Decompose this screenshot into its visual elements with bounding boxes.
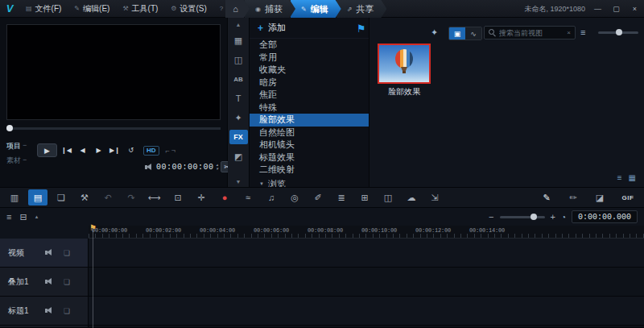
- subtitle-library-icon[interactable]: T: [228, 89, 250, 107]
- track-content-partial[interactable]: [89, 326, 644, 327]
- track-mute-icon[interactable]: [45, 278, 54, 285]
- pan-zoom-icon[interactable]: ✛: [192, 189, 211, 206]
- motion-tracking-icon[interactable]: ◎: [285, 189, 304, 206]
- zoom-in-icon[interactable]: +: [551, 212, 555, 222]
- tab-capture[interactable]: ◉捕获: [245, 0, 295, 18]
- track-header-partial[interactable]: [0, 326, 89, 327]
- track-manager-icon[interactable]: ≡: [6, 212, 11, 222]
- track-content-video[interactable]: [89, 239, 644, 267]
- category-item-face-effect[interactable]: 脸部效果: [250, 114, 369, 127]
- track-header-overlay1[interactable]: 叠加1 ❏: [0, 268, 89, 296]
- tools-icon[interactable]: ⚒: [75, 189, 94, 206]
- scroll-down-icon[interactable]: ▼: [228, 176, 250, 187]
- seek-thumb[interactable]: [6, 125, 13, 131]
- sort-icon[interactable]: ≡: [580, 27, 585, 37]
- track-options-icon[interactable]: ❏: [64, 278, 70, 286]
- search-input[interactable]: [499, 29, 564, 37]
- track-header-video[interactable]: 视频 ❏: [0, 239, 89, 267]
- resize-icon[interactable]: ⇲: [425, 189, 444, 206]
- smart-effect-icon[interactable]: ✦: [431, 27, 438, 38]
- category-item-2d-mapping[interactable]: 二维映射: [250, 164, 369, 176]
- subtitle-editor-icon[interactable]: ≣: [332, 189, 351, 206]
- maximize-button[interactable]: ▢: [610, 5, 622, 13]
- timeline-zoom-slider[interactable]: [500, 216, 545, 218]
- transition-library-icon[interactable]: ◫: [228, 51, 250, 69]
- track-mute-icon[interactable]: [45, 307, 54, 314]
- tab-edit[interactable]: ✎编辑: [291, 0, 341, 18]
- scroll-up-icon[interactable]: ▲: [228, 19, 250, 30]
- hd-preview-badge[interactable]: HD: [143, 146, 159, 156]
- track-header-title1[interactable]: 标题1 ❏: [0, 297, 89, 325]
- split-screen-icon[interactable]: ◫: [378, 189, 398, 206]
- copy-icon[interactable]: ❏: [52, 189, 71, 206]
- timeline-ruler[interactable]: 00:00:00:00 00:00:02:00 00:00:04:00 00:0…: [89, 226, 644, 239]
- track-content-overlay1[interactable]: [89, 268, 644, 296]
- category-item-focus[interactable]: 焦距: [250, 89, 369, 102]
- storyboard-view-icon[interactable]: ▥: [5, 189, 24, 206]
- loop-button[interactable]: ↺: [124, 144, 138, 156]
- fit-project-icon[interactable]: ⟷: [145, 189, 164, 206]
- overlay-library-icon[interactable]: ◩: [228, 147, 250, 165]
- list-view-icon[interactable]: ≡: [617, 173, 622, 182]
- chapter-flag-icon[interactable]: ⚑: [89, 223, 97, 232]
- edit-pencil-icon[interactable]: ✎: [537, 189, 556, 206]
- tab-share[interactable]: ⇗共享: [336, 0, 387, 18]
- zoom-out-icon[interactable]: −: [489, 212, 493, 222]
- project-mode-toggle[interactable]: 项目−: [6, 141, 27, 152]
- add-category-button[interactable]: +添加: [250, 18, 369, 39]
- pin-icon[interactable]: ⚑: [357, 23, 366, 35]
- filter-library-icon[interactable]: FX: [229, 130, 248, 144]
- category-item-natural-paint[interactable]: 自然绘图: [250, 127, 369, 139]
- go-end-button[interactable]: ▶❙: [108, 144, 122, 156]
- category-item-favorites[interactable]: 收藏夹: [250, 64, 369, 77]
- undo-icon[interactable]: ↶: [98, 189, 118, 206]
- track-content-title1[interactable]: [89, 297, 644, 325]
- title-library-icon[interactable]: AB: [228, 70, 250, 88]
- category-item-camera-lens[interactable]: 相机镜头: [250, 139, 369, 152]
- add-track-icon[interactable]: ⊟: [19, 212, 27, 222]
- category-item-title-effect[interactable]: 标题效果: [250, 152, 369, 164]
- auto-music-icon[interactable]: ♫: [262, 189, 281, 206]
- play-button[interactable]: ▶: [37, 143, 57, 157]
- slider-thumb[interactable]: [616, 29, 622, 35]
- track-mute-icon[interactable]: [45, 249, 54, 256]
- close-button[interactable]: ×: [629, 5, 641, 13]
- menu-tools[interactable]: ⚒工具(T): [116, 0, 164, 17]
- cloud-service-icon[interactable]: ☁: [402, 189, 421, 206]
- redo-icon[interactable]: ↷: [122, 189, 141, 206]
- next-frame-button[interactable]: ▶: [92, 144, 105, 156]
- minimize-button[interactable]: —: [592, 5, 604, 13]
- gallery-item-face-effect[interactable]: 脸部效果: [376, 44, 432, 98]
- seek-bar[interactable]: [6, 127, 221, 130]
- track-options-icon[interactable]: ❏: [64, 307, 70, 315]
- mask-creator-icon[interactable]: ◪: [590, 189, 609, 206]
- clear-search-icon[interactable]: ×: [567, 29, 571, 36]
- show-audio-toggle[interactable]: ∿: [465, 27, 481, 39]
- menu-settings[interactable]: ⚙设置(S): [164, 0, 213, 17]
- sound-mixer-icon[interactable]: ≈: [238, 189, 258, 206]
- menu-file[interactable]: ▤文件(F): [19, 0, 68, 17]
- gif-creator-icon[interactable]: GIF: [617, 189, 639, 206]
- previous-frame-button[interactable]: ◀: [76, 144, 89, 156]
- collapse-tracks-icon[interactable]: ▴: [35, 214, 39, 220]
- category-item-darkroom[interactable]: 暗房: [250, 77, 369, 89]
- show-video-toggle[interactable]: ▣: [449, 27, 465, 39]
- painting-creator-icon[interactable]: ✐: [308, 189, 328, 206]
- mark-in-icon[interactable]: ⌐: [166, 147, 170, 155]
- timeline-view-icon[interactable]: ▤: [28, 189, 47, 206]
- timecode-spinner[interactable]: ▴▾: [217, 163, 219, 171]
- media-library-icon[interactable]: ▦: [228, 31, 250, 49]
- menu-edit[interactable]: ✎编辑(E): [68, 0, 116, 17]
- category-item-all[interactable]: 全部: [250, 39, 369, 52]
- clock-icon[interactable]: ◔: [561, 213, 566, 222]
- category-item-special[interactable]: 特殊: [250, 102, 369, 114]
- volume-icon[interactable]: [145, 164, 154, 171]
- mark-out-icon[interactable]: ¬: [171, 147, 175, 155]
- track-options-icon[interactable]: ❏: [64, 249, 70, 257]
- pen-tool-icon[interactable]: ✏: [564, 189, 583, 206]
- clip-mode-toggle[interactable]: 素材−: [6, 156, 27, 166]
- category-item-common[interactable]: 常用: [250, 52, 369, 64]
- record-capture-icon[interactable]: ●: [215, 189, 234, 206]
- crop-icon[interactable]: ⊡: [168, 189, 188, 206]
- spinner-down-icon[interactable]: ▾: [217, 167, 219, 171]
